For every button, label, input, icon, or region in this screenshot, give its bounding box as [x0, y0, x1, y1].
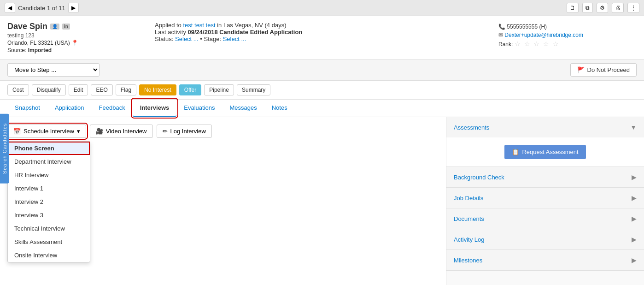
tab-notes[interactable]: Notes — [264, 100, 295, 117]
video-interview-button[interactable]: 🎥 Video Interview — [90, 125, 153, 138]
last-activity-value: 09/24/2018 Candidate Edited Application — [188, 29, 303, 36]
do-not-proceed-button[interactable]: 🚩 Do Not Proceed — [570, 63, 637, 77]
phone-number: 5555555555 (H) — [507, 24, 547, 30]
status-select[interactable]: Select ... — [175, 36, 199, 42]
rank-row: Rank: ☆ ☆ ☆ ☆ ☆ — [498, 40, 637, 48]
profile-icon: 👤 — [50, 24, 59, 30]
tab-feedback[interactable]: Feedback — [92, 100, 133, 117]
tab-snapshot[interactable]: Snapshot — [7, 100, 47, 117]
flag-button[interactable]: Flag — [116, 84, 136, 95]
right-panel: Assessments ▼ 📋 Request Assessment Backg… — [446, 117, 644, 285]
action-bar: Move to Step ... 🚩 Do Not Proceed — [0, 59, 644, 81]
dropdown-item-interview-1[interactable]: Interview 1 — [8, 182, 90, 195]
job-details-section: Job Details ▶ — [446, 188, 644, 208]
activity-log-label: Activity Log — [454, 236, 484, 243]
documents-label: Documents — [454, 215, 484, 222]
tab-application[interactable]: Application — [47, 100, 92, 117]
move-to-step-select[interactable]: Move to Step ... — [7, 63, 100, 77]
summary-button[interactable]: Summary — [237, 84, 270, 95]
dropdown-item-onsite-interview[interactable]: Onsite Interview — [8, 249, 90, 262]
schedule-interview-label: Schedule Interview — [23, 128, 74, 135]
dropdown-item-technical-interview[interactable]: Technical Interview — [8, 222, 90, 235]
applied-to-label: Applied to — [155, 22, 181, 29]
nav-left: ◀ Candidate 1 of 11 ▶ — [5, 3, 79, 13]
dropdown-item-phone-screen[interactable]: Phone Screen — [8, 142, 90, 155]
stage-select[interactable]: Select ... — [223, 36, 246, 42]
back-button[interactable]: ◀ — [5, 3, 15, 13]
tab-messages[interactable]: Messages — [222, 100, 264, 117]
left-panel: 📅 Schedule Interview ▾ 🎥 Video Interview… — [0, 117, 446, 285]
phone-row: 📞 5555555555 (H) — [498, 24, 637, 30]
activity-log-header[interactable]: Activity Log ▶ — [446, 229, 644, 249]
schedule-interview-button[interactable]: 📅 Schedule Interview ▾ — [7, 125, 86, 138]
background-check-label: Background Check — [454, 174, 504, 181]
job-details-chevron: ▶ — [632, 194, 637, 202]
eeo-button[interactable]: EEO — [91, 84, 112, 95]
flag-icon: 🚩 — [577, 66, 585, 73]
last-activity-row: Last activity 09/24/2018 Candidate Edite… — [155, 29, 498, 36]
dropdown-item-interview-3[interactable]: Interview 3 — [8, 208, 90, 222]
rank-label: Rank: — [498, 41, 513, 48]
candidate-col2: Applied to test test test in Las Vegas, … — [155, 22, 498, 53]
dropdown-arrow-icon: ▾ — [77, 128, 80, 135]
applied-to-row: Applied to test test test in Las Vegas, … — [155, 22, 498, 29]
pencil-icon: ✏ — [163, 128, 168, 135]
assessments-chevron: ▼ — [630, 124, 637, 131]
star-rating[interactable]: ☆ ☆ ☆ ☆ ☆ — [515, 40, 560, 48]
more-icon-btn[interactable]: ⋮ — [627, 3, 639, 13]
milestones-label: Milestones — [454, 257, 482, 264]
background-check-header[interactable]: Background Check ▶ — [446, 167, 644, 187]
source-value: Imported — [28, 47, 52, 53]
request-assessment-button[interactable]: 📋 Request Assessment — [504, 145, 585, 159]
disqualify-button[interactable]: Disqualify — [32, 84, 66, 95]
document-icon-btn[interactable]: 🗋 — [567, 3, 579, 13]
milestones-header[interactable]: Milestones ▶ — [446, 250, 644, 270]
applied-location: in Las Vegas, NV (4 days) — [217, 22, 286, 29]
log-interview-button[interactable]: ✏ Log Interview — [157, 125, 212, 138]
nav-right: 🗋 ⧉ ⚙ 🖨 ⋮ — [567, 3, 639, 13]
copy-icon-btn[interactable]: ⧉ — [582, 3, 593, 13]
location-pin-icon: 📍 — [71, 40, 78, 46]
status-label: Status: — [155, 36, 173, 42]
email-link[interactable]: Dexter+update@hirebridge.com — [504, 32, 583, 38]
gear-icon-btn[interactable]: ⚙ — [597, 3, 608, 13]
documents-section: Documents ▶ — [446, 208, 644, 229]
candidate-counter: Candidate 1 of 11 — [18, 5, 65, 12]
video-interview-label: Video Interview — [106, 128, 147, 135]
tab-interviews[interactable]: Interviews — [133, 100, 177, 117]
cost-button[interactable]: Cost — [7, 84, 29, 95]
calendar-icon: 📅 — [13, 128, 21, 135]
video-icon: 🎥 — [96, 128, 103, 135]
dropdown-item-department-interview[interactable]: Department Interview — [8, 155, 90, 168]
email-row: ✉ Dexter+update@hirebridge.com — [498, 32, 637, 38]
status-stage-row: Status: Select ... • Stage: Select ... — [155, 36, 498, 42]
forward-button[interactable]: ▶ — [68, 3, 79, 13]
dropdown-item-interview-2[interactable]: Interview 2 — [8, 195, 90, 208]
source-label: Source: — [7, 47, 26, 53]
assessments-header[interactable]: Assessments ▼ — [446, 117, 644, 137]
vertical-sidebar[interactable]: Search Candidates — [0, 114, 9, 184]
applied-job-link[interactable]: test test test — [183, 22, 215, 29]
tabs-bar: Snapshot Application Feedback Interviews… — [0, 100, 644, 117]
assessments-body: 📋 Request Assessment — [446, 137, 644, 166]
tab-evaluations[interactable]: Evaluations — [176, 100, 222, 117]
candidate-col1: Dave Spin 👤 in testing 123 Orlando, FL 3… — [7, 22, 155, 53]
phone-icon: 📞 — [498, 24, 505, 30]
print-icon-btn[interactable]: 🖨 — [612, 3, 624, 13]
dropdown-item-hr-interview[interactable]: HR Interview — [8, 168, 90, 182]
job-details-header[interactable]: Job Details ▶ — [446, 188, 644, 208]
toolbar: Cost Disqualify Edit EEO Flag No Interes… — [0, 81, 644, 100]
schedule-interview-dropdown: Phone Screen Department Interview HR Int… — [7, 141, 90, 262]
top-nav: ◀ Candidate 1 of 11 ▶ 🗋 ⧉ ⚙ 🖨 ⋮ — [0, 0, 644, 16]
assessment-icon: 📋 — [512, 148, 519, 155]
location-text: Orlando, FL 33321 (USA) — [7, 40, 70, 46]
offer-button[interactable]: Offer — [179, 84, 201, 95]
no-interest-button[interactable]: No Interest — [139, 84, 176, 95]
documents-header[interactable]: Documents ▶ — [446, 208, 644, 229]
edit-button[interactable]: Edit — [69, 84, 88, 95]
interview-actions: 📅 Schedule Interview ▾ 🎥 Video Interview… — [7, 125, 439, 138]
pipeline-button[interactable]: Pipeline — [204, 84, 234, 95]
candidate-col3: 📞 5555555555 (H) ✉ Dexter+update@hirebri… — [498, 22, 637, 53]
dropdown-item-skills-assessment[interactable]: Skills Assessment — [8, 235, 90, 249]
background-check-chevron: ▶ — [632, 173, 637, 181]
